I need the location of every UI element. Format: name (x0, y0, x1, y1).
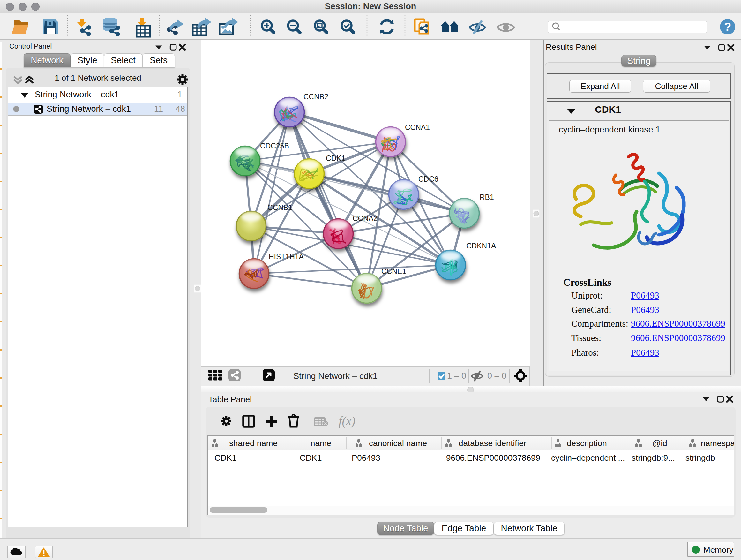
svg-text:CDC6: CDC6 (418, 175, 439, 183)
svg-text:CCNA2: CCNA2 (353, 214, 378, 223)
svg-text:namespace: namespace (701, 438, 734, 448)
svg-text:HIST1H1A: HIST1H1A (269, 253, 304, 261)
svg-text:CDKN1A: CDKN1A (466, 242, 496, 250)
svg-text:CCNE1: CCNE1 (381, 267, 406, 275)
svg-text:RB1: RB1 (480, 193, 494, 201)
svg-text:CDK1: CDK1 (326, 154, 345, 163)
svg-text:1 – 0: 1 – 0 (447, 371, 466, 381)
svg-text:CCNA1: CCNA1 (405, 123, 430, 132)
svg-text:CDC25B: CDC25B (260, 142, 289, 150)
svg-text:description: description (567, 438, 607, 448)
svg-text:CCNB2: CCNB2 (304, 92, 328, 101)
svg-text:CCNB1: CCNB1 (267, 203, 292, 212)
svg-text:f(x): f(x) (339, 414, 355, 428)
svg-text:shared name: shared name (229, 438, 278, 448)
svg-text:canonical name: canonical name (369, 438, 427, 448)
svg-text:@id: @id (652, 438, 667, 448)
svg-text:?: ? (724, 20, 731, 34)
svg-text:0 – 0: 0 – 0 (487, 371, 507, 381)
svg-text:database identifier: database identifier (459, 438, 527, 448)
svg-text:name: name (311, 438, 331, 448)
svg-text:String Network – cdk1: String Network – cdk1 (293, 371, 378, 381)
